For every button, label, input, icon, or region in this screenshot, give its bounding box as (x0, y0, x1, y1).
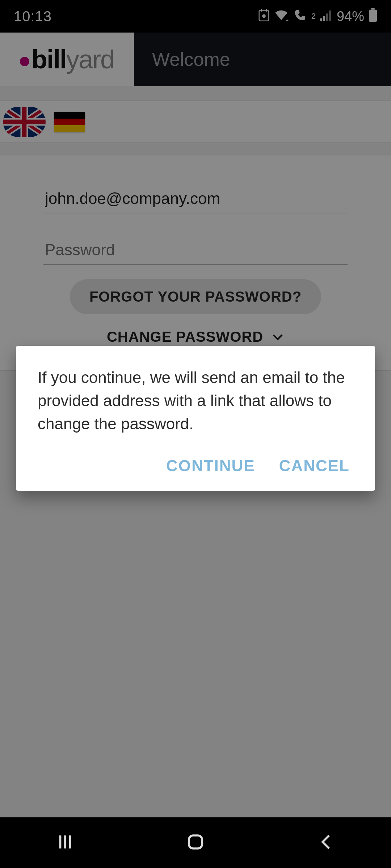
back-button[interactable] (316, 832, 336, 853)
home-button[interactable] (186, 832, 205, 853)
cancel-button[interactable]: CANCEL (279, 457, 350, 475)
recents-button[interactable] (55, 832, 75, 853)
dialog-message: If you continue, we will send an email t… (38, 366, 353, 435)
continue-button[interactable]: CONTINUE (166, 457, 255, 475)
confirm-dialog: If you continue, we will send an email t… (16, 346, 375, 491)
svg-rect-19 (189, 835, 202, 848)
android-nav-bar (0, 817, 391, 868)
